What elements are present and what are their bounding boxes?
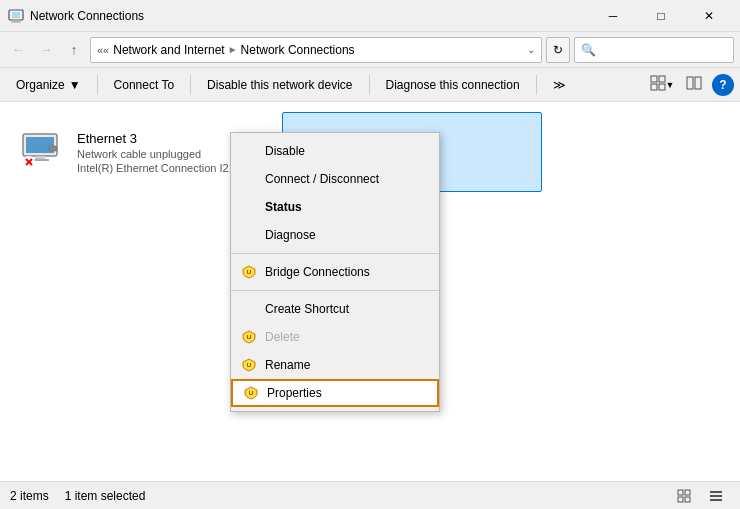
svg-rect-35 — [710, 495, 722, 497]
ctx-shortcut[interactable]: Create Shortcut — [231, 295, 439, 323]
disable-button[interactable]: Disable this network device — [197, 72, 362, 98]
ethernet-desc1: Network cable unplugged — [77, 148, 250, 160]
toolbar-divider-4 — [536, 75, 537, 95]
toolbar-divider-1 — [97, 75, 98, 95]
ethernet-info: Ethernet 3 Network cable unplugged Intel… — [77, 131, 250, 174]
ctx-status-icon — [241, 199, 257, 215]
address-box[interactable]: «« Network and Internet ► Network Connec… — [90, 37, 542, 63]
address-dropdown-icon[interactable]: ⌄ — [527, 44, 535, 55]
ctx-sep-2 — [231, 290, 439, 291]
svg-rect-36 — [710, 499, 722, 501]
svg-rect-30 — [678, 490, 683, 495]
toolbar-right: ▼ ? — [648, 72, 734, 98]
svg-rect-9 — [695, 77, 701, 89]
more-icon: ≫ — [553, 78, 566, 92]
status-view-list-button[interactable] — [702, 483, 730, 509]
ctx-rename-label: Rename — [265, 358, 310, 372]
close-button[interactable]: ✕ — [686, 0, 732, 32]
minimize-button[interactable]: ─ — [590, 0, 636, 32]
svg-rect-32 — [678, 497, 683, 502]
svg-text:U: U — [249, 390, 253, 396]
ctx-status[interactable]: Status — [231, 193, 439, 221]
maximize-button[interactable]: □ — [638, 0, 684, 32]
ctx-bridge[interactable]: U Bridge Connections — [231, 258, 439, 286]
organize-label: Organize — [16, 78, 65, 92]
address-prefix: «« — [97, 44, 109, 56]
connect-to-button[interactable]: Connect To — [104, 72, 185, 98]
help-button[interactable]: ? — [712, 74, 734, 96]
svg-rect-3 — [11, 21, 21, 22]
svg-rect-8 — [687, 77, 693, 89]
svg-rect-31 — [685, 490, 690, 495]
search-box[interactable]: 🔍 — [574, 37, 734, 63]
ctx-bridge-shield-icon: U — [241, 264, 257, 280]
breadcrumb-sep1: ► — [228, 44, 238, 55]
status-view-grid-button[interactable] — [670, 483, 698, 509]
ctx-delete-shield-icon: U — [241, 329, 257, 345]
forward-button[interactable]: → — [34, 38, 58, 62]
search-icon: 🔍 — [581, 43, 596, 57]
svg-rect-33 — [685, 497, 690, 502]
view-arrow-icon: ▼ — [666, 80, 675, 90]
ctx-bridge-label: Bridge Connections — [265, 265, 370, 279]
ctx-properties-shield-icon: U — [243, 385, 259, 401]
view-button[interactable]: ▼ — [648, 72, 676, 98]
ctx-rename-shield-icon: U — [241, 357, 257, 373]
ctx-properties-label: Properties — [267, 386, 322, 400]
ethernet-icon-area — [19, 128, 67, 176]
svg-text:U: U — [247, 362, 251, 368]
svg-rect-4 — [651, 76, 657, 82]
refresh-button[interactable]: ↻ — [546, 37, 570, 63]
svg-rect-14 — [49, 146, 57, 151]
status-count: 2 items — [10, 489, 49, 503]
ctx-rename[interactable]: U Rename — [231, 351, 439, 379]
ctx-shortcut-label: Create Shortcut — [265, 302, 349, 316]
svg-rect-6 — [651, 84, 657, 90]
more-button[interactable]: ≫ — [543, 72, 576, 98]
up-button[interactable]: ↑ — [62, 38, 86, 62]
svg-rect-5 — [659, 76, 665, 82]
search-input[interactable] — [600, 43, 740, 57]
ethernet-name: Ethernet 3 — [77, 131, 250, 146]
status-bar-right — [670, 483, 730, 509]
ctx-disable[interactable]: Disable — [231, 137, 439, 165]
ctx-disable-label: Disable — [265, 144, 305, 158]
svg-rect-2 — [13, 20, 19, 22]
ctx-delete-label: Delete — [265, 330, 300, 344]
diagnose-label: Diagnose this connection — [386, 78, 520, 92]
breadcrumb-connections: Network Connections — [241, 43, 355, 57]
organize-arrow-icon: ▼ — [69, 78, 81, 92]
diagnose-button[interactable]: Diagnose this connection — [376, 72, 530, 98]
connect-to-label: Connect To — [114, 78, 175, 92]
pane-button[interactable] — [680, 72, 708, 98]
svg-rect-1 — [12, 12, 20, 18]
main-content: Ethernet 3 Network cable unplugged Intel… — [0, 102, 740, 481]
ethernet-desc2: Intel(R) Ethernet Connection I218... — [77, 162, 250, 174]
ctx-diagnose[interactable]: Diagnose — [231, 221, 439, 249]
ctx-connect[interactable]: Connect / Disconnect — [231, 165, 439, 193]
ctx-connect-icon — [241, 171, 257, 187]
disable-label: Disable this network device — [207, 78, 352, 92]
status-selected: 1 item selected — [65, 489, 146, 503]
ctx-diagnose-icon — [241, 227, 257, 243]
breadcrumb-network: Network and Internet — [113, 43, 224, 57]
svg-rect-7 — [659, 84, 665, 90]
pane-icon — [686, 75, 702, 94]
ctx-sep-1 — [231, 253, 439, 254]
window-controls: ─ □ ✕ — [590, 0, 732, 32]
ctx-delete[interactable]: U Delete — [231, 323, 439, 351]
toolbar: Organize ▼ Connect To Disable this netwo… — [0, 68, 740, 102]
back-button[interactable]: ← — [6, 38, 30, 62]
svg-text:U: U — [247, 334, 251, 340]
ctx-shortcut-icon — [241, 301, 257, 317]
toolbar-divider-2 — [190, 75, 191, 95]
organize-button[interactable]: Organize ▼ — [6, 72, 91, 98]
ctx-connect-label: Connect / Disconnect — [265, 172, 379, 186]
status-bar: 2 items 1 item selected — [0, 481, 740, 509]
ctx-properties[interactable]: U Properties — [231, 379, 439, 407]
svg-text:U: U — [247, 269, 251, 275]
view-icon — [650, 75, 666, 94]
app-icon — [8, 8, 24, 24]
context-menu: Disable Connect / Disconnect Status Diag… — [230, 132, 440, 412]
ethernet-monitor-icon — [19, 128, 61, 170]
